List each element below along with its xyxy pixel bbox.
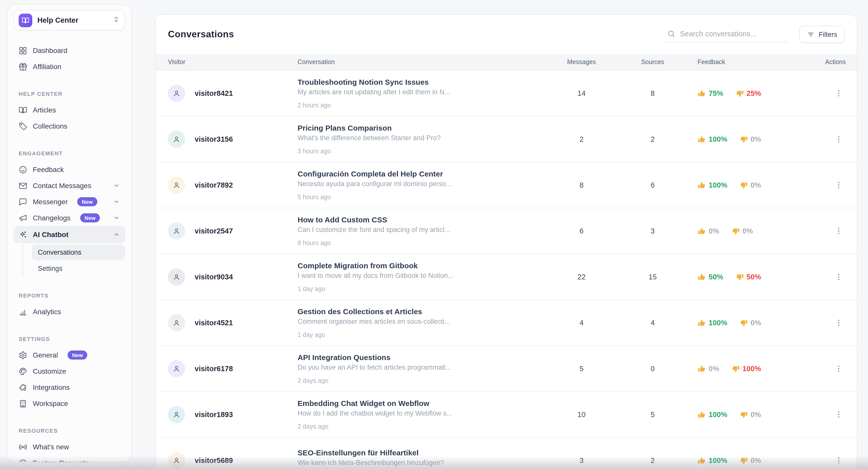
thumbs-up-stat: 75% (698, 89, 723, 98)
section-label-engagement: ENGAGEMENT (13, 150, 125, 158)
thumbs-down-icon (731, 227, 740, 235)
kebab-icon (834, 456, 843, 465)
row-actions-button[interactable] (832, 454, 846, 468)
search-icon (668, 30, 676, 38)
sidebar-item-integrations[interactable]: Integrations (13, 379, 125, 395)
thumbs-down-stat: 50% (735, 273, 761, 281)
sidebar-item-analytics[interactable]: Analytics (13, 304, 125, 320)
conversation-row[interactable]: visitor5689 SEO-Einstellungen für Hilfea… (156, 438, 857, 469)
conversation-row[interactable]: visitor7892 Configuración Completa del H… (156, 162, 857, 208)
sidebar-item-label: Integrations (33, 383, 70, 391)
sidebar-item-label: Feature Requests (33, 459, 89, 463)
conversation-preview: Can I customize the font and spacing of … (298, 226, 550, 233)
column-header-feedback: Feedback (692, 59, 807, 66)
row-actions-button[interactable] (832, 132, 846, 146)
conversation-title: Configuración Completa del Help Center (298, 169, 550, 178)
messages-count: 2 (550, 135, 613, 143)
sidebar-item-general[interactable]: GeneralNew (13, 347, 125, 363)
messages-count: 14 (550, 89, 613, 97)
sidebar-item-contact-messages[interactable]: Contact Messages (13, 178, 125, 194)
tag-icon (19, 122, 27, 130)
conversation-title: Troubleshooting Notion Sync Issues (298, 78, 550, 86)
messages-count: 10 (550, 410, 613, 418)
row-actions-button[interactable] (832, 362, 846, 376)
sources-count: 15 (613, 273, 692, 281)
feedback-cell: 100% 0% (692, 410, 807, 419)
conversation-preview: Wie kann ich Meta-Beschreibungen hinzufü… (298, 459, 550, 467)
sidebar-item-label: General (33, 351, 58, 359)
conversation-row[interactable]: visitor4521 Gestion des Collections et A… (156, 300, 857, 346)
conversation-row[interactable]: visitor2547 How to Add Custom CSS Can I … (156, 208, 857, 254)
book-open-icon (19, 106, 27, 114)
thumbs-up-percent: 50% (709, 273, 723, 281)
visitor-name: visitor5689 (195, 457, 233, 465)
thumbs-down-stat: 0% (739, 456, 761, 465)
messages-count: 3 (550, 457, 613, 465)
conversation-row[interactable]: visitor3156 Pricing Plans Comparison Wha… (156, 117, 857, 162)
sidebar-item-feedback[interactable]: Feedback (13, 161, 125, 178)
thumbs-up-stat: 100% (698, 181, 727, 189)
row-actions-button[interactable] (832, 316, 846, 330)
chevron-down-icon (113, 198, 120, 205)
row-actions-button[interactable] (832, 224, 846, 238)
sources-count: 2 (613, 457, 692, 465)
row-actions-button[interactable] (832, 86, 846, 100)
sources-count: 0 (613, 365, 692, 373)
conversation-preview: What's the difference between Starter an… (298, 134, 550, 142)
chevron-up-icon (113, 231, 120, 238)
conversation-title: How to Add Custom CSS (298, 215, 550, 224)
thumbs-down-percent: 0% (750, 319, 761, 327)
chat-icon (19, 197, 27, 206)
thumbs-up-percent: 100% (709, 319, 727, 327)
sidebar-item-customize[interactable]: Customize (13, 363, 125, 379)
search-input[interactable] (680, 30, 787, 38)
thumbs-up-percent: 100% (709, 457, 727, 465)
thumbs-up-percent: 100% (709, 135, 727, 143)
sidebar-item-ai-chatbot[interactable]: AI Chatbot (13, 226, 125, 243)
filters-button[interactable]: Filters (800, 26, 845, 43)
palette-icon (19, 367, 27, 375)
row-actions-button[interactable] (832, 407, 846, 421)
sidebar-item-workspace[interactable]: Workspace (13, 395, 125, 411)
sidebar-item-changelogs[interactable]: ChangelogsNew (13, 210, 125, 226)
visitor-avatar (168, 406, 185, 423)
megaphone-icon (19, 214, 27, 222)
sidebar-item-collections[interactable]: Collections (13, 118, 125, 134)
conversation-row[interactable]: visitor9034 Complete Migration from Gitb… (156, 254, 857, 300)
feedback-cell: 75% 25% (692, 89, 807, 98)
filters-button-label: Filters (819, 31, 837, 38)
workspace-switcher[interactable]: Help Center (13, 10, 125, 30)
conversation-row[interactable]: visitor1893 Embedding Chat Widget on Web… (156, 392, 857, 438)
sidebar-item-articles[interactable]: Articles (13, 102, 125, 118)
sidebar-item-affiliation[interactable]: Affiliation (13, 59, 125, 75)
conversation-row[interactable]: visitor8421 Troubleshooting Notion Sync … (156, 71, 857, 117)
sidebar-item-what-s-new[interactable]: What's new (13, 439, 125, 455)
sidebar-item-dashboard[interactable]: Dashboard (13, 42, 125, 59)
person-icon (173, 273, 181, 281)
sidebar-item-settings[interactable]: Settings (32, 261, 125, 276)
sidebar-item-label: What's new (33, 443, 69, 451)
visitor-name: visitor3156 (195, 135, 233, 143)
sidebar-item-messenger[interactable]: MessengerNew (13, 194, 125, 210)
thumbs-up-stat: 50% (698, 273, 723, 281)
thumbs-up-stat: 100% (698, 456, 727, 465)
workspace-logo (19, 13, 32, 27)
conversations-panel: Conversations Filters Visitor Conversati… (155, 14, 858, 469)
row-actions-button[interactable] (832, 270, 846, 284)
visitor-avatar (168, 177, 185, 194)
sidebar-item-feature-requests[interactable]: Feature Requests (13, 455, 125, 463)
visitor-name: visitor8421 (195, 89, 233, 97)
conversation-row[interactable]: visitor6178 API Integration Questions Do… (156, 346, 857, 392)
person-icon (173, 135, 181, 143)
visitor-avatar (168, 314, 185, 331)
gift-icon (19, 62, 27, 71)
person-icon (173, 227, 181, 235)
row-actions-button[interactable] (832, 178, 846, 192)
visitor-name: visitor6178 (195, 365, 233, 373)
thumbs-down-icon (739, 318, 748, 327)
thumbs-up-icon (698, 273, 706, 281)
sidebar-item-conversations[interactable]: Conversations (32, 245, 125, 260)
column-header-conversation: Conversation (298, 59, 550, 66)
visitor-name: visitor1893 (195, 410, 233, 418)
thumbs-up-icon (698, 135, 706, 144)
